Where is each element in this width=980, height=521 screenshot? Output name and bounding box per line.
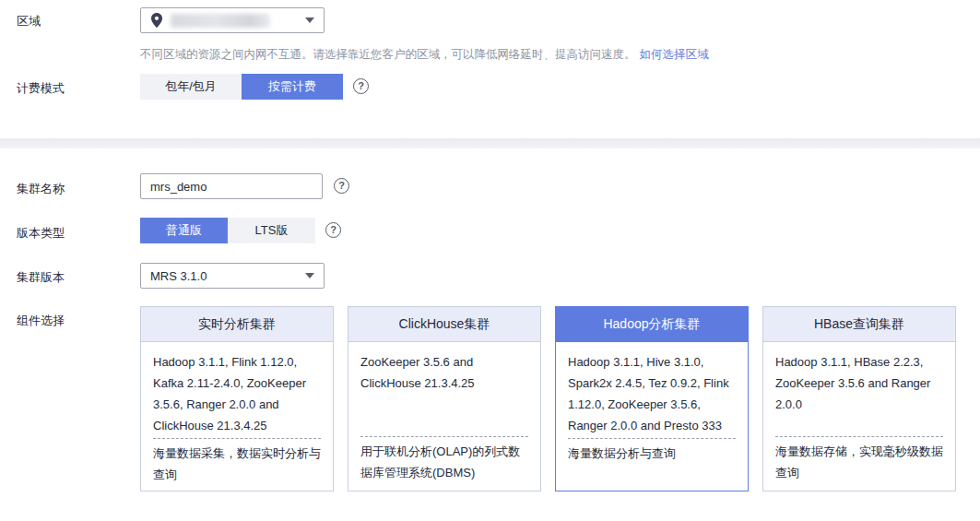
card-versions: Hadoop 3.1.1, Hive 3.1.0, Spark2x 2.4.5,…	[568, 351, 736, 436]
version-type-lts[interactable]: LTS版	[228, 218, 315, 243]
cluster-name-help-icon[interactable]: ?	[334, 178, 349, 194]
card-realtime-analysis-cluster[interactable]: 实时分析集群 Hadoop 3.1.1, Flink 1.12.0, Kafka…	[140, 306, 334, 491]
card-clickhouse-cluster[interactable]: ClickHouse集群 ZooKeeper 3.5.6 and ClickHo…	[348, 306, 541, 491]
region-select[interactable]	[140, 7, 325, 33]
component-select-label: 组件选择	[17, 313, 65, 329]
region-hint: 不同区域的资源之间内网不互通。请选择靠近您客户的区域，可以降低网络延时、提高访问…	[140, 47, 709, 63]
card-description: 海量数据采集，数据实时分析与查询	[153, 443, 321, 485]
cluster-name-label: 集群名称	[17, 181, 65, 197]
version-type-label: 版本类型	[17, 225, 65, 242]
chevron-down-icon	[305, 18, 314, 23]
card-title: 实时分析集群	[141, 307, 333, 342]
card-title: ClickHouse集群	[348, 307, 540, 342]
section-divider	[0, 138, 980, 148]
billing-option-on-demand[interactable]: 按需计费	[242, 74, 343, 100]
card-hbase-query-cluster[interactable]: HBase查询集群 Hadoop 3.1.1, HBase 2.2.3, Zoo…	[762, 306, 956, 491]
card-versions: Hadoop 3.1.1, HBase 2.2.3, ZooKeeper 3.5…	[775, 351, 943, 434]
dashed-divider	[153, 438, 321, 439]
billing-help-icon[interactable]: ?	[353, 78, 369, 94]
cluster-version-value: MRS 3.1.0	[150, 269, 207, 283]
chevron-down-icon	[305, 273, 314, 278]
card-title: Hadoop分析集群	[556, 307, 748, 342]
card-hadoop-analysis-cluster[interactable]: Hadoop分析集群 Hadoop 3.1.1, Hive 3.1.0, Spa…	[555, 306, 749, 491]
cluster-version-label: 集群版本	[17, 269, 65, 286]
card-versions: ZooKeeper 3.5.6 and ClickHouse 21.3.4.25	[360, 351, 528, 434]
version-type-normal[interactable]: 普通版	[140, 218, 228, 243]
dashed-divider	[360, 436, 528, 437]
card-description: 海量数据存储，实现毫秒级数据查询	[775, 441, 943, 483]
region-help-link[interactable]: 如何选择区域	[640, 48, 709, 61]
card-description: 用于联机分析(OLAP)的列式数据库管理系统(DBMS)	[360, 441, 528, 483]
region-value-blurred	[171, 14, 270, 28]
component-cards: 实时分析集群 Hadoop 3.1.1, Flink 1.12.0, Kafka…	[140, 306, 956, 491]
cluster-name-input[interactable]	[140, 173, 323, 199]
region-label: 区域	[17, 13, 41, 30]
version-type-help-icon[interactable]: ?	[325, 222, 341, 238]
region-hint-text: 不同区域的资源之间内网不互通。请选择靠近您客户的区域，可以降低网络延时、提高访问…	[140, 48, 636, 61]
card-title: HBase查询集群	[763, 307, 955, 342]
billing-label: 计费模式	[17, 80, 65, 97]
location-pin-icon	[150, 13, 163, 28]
cluster-version-select[interactable]: MRS 3.1.0	[140, 263, 325, 289]
dashed-divider	[568, 438, 736, 439]
card-description: 海量数据分析与查询	[568, 443, 736, 485]
dashed-divider	[775, 436, 943, 437]
mrs-cluster-create-form: 区域 不同区域的资源之间内网不互通。请选择靠近您客户的区域，可以降低网络延时、提…	[0, 0, 980, 521]
card-versions: Hadoop 3.1.1, Flink 1.12.0, Kafka 2.11-2…	[153, 351, 321, 436]
billing-option-yearly[interactable]: 包年/包月	[140, 74, 242, 100]
